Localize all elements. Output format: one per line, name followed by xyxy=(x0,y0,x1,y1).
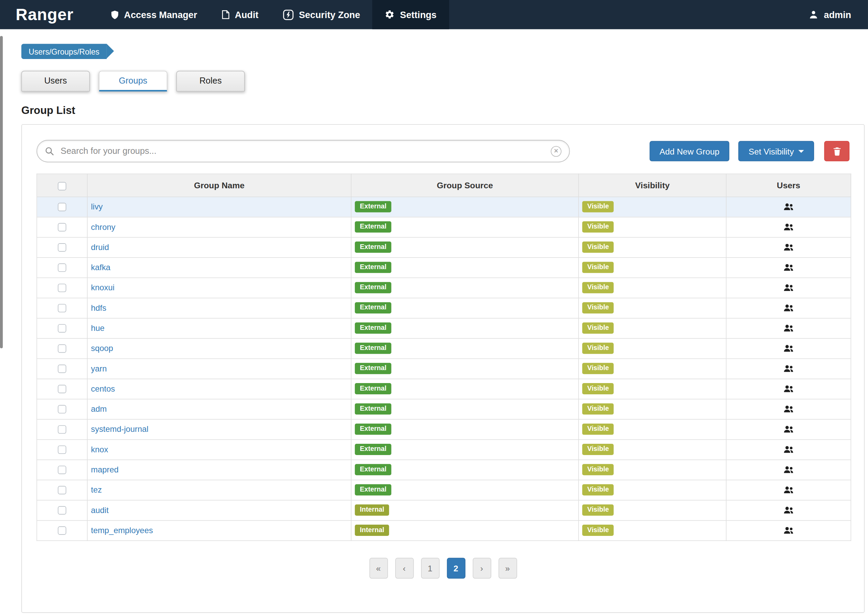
row-checkbox[interactable] xyxy=(58,527,67,535)
users-cell xyxy=(726,419,851,439)
breadcrumb[interactable]: Users/Groups/Roles xyxy=(22,44,107,59)
group-users-button[interactable] xyxy=(780,404,797,414)
tab-users[interactable]: Users xyxy=(22,71,90,92)
users-cell xyxy=(726,257,851,277)
visibility-badge: Visible xyxy=(582,403,614,415)
group-source-badge: External xyxy=(355,201,392,213)
pagination-last[interactable]: » xyxy=(498,558,517,578)
group-name-link[interactable]: kafka xyxy=(91,263,110,272)
visibility-badge: Visible xyxy=(582,383,614,395)
pagination-next[interactable]: › xyxy=(473,558,491,578)
row-checkbox[interactable] xyxy=(58,405,67,414)
group-source-badge: External xyxy=(355,221,392,233)
row-checkbox[interactable] xyxy=(58,223,67,232)
tab-roles[interactable]: Roles xyxy=(176,71,245,92)
group-source-badge: Internal xyxy=(355,504,389,516)
group-users-button[interactable] xyxy=(780,484,797,494)
group-source-cell: External xyxy=(351,359,578,379)
table-row: systemd-journal External Visible xyxy=(37,419,851,439)
row-checkbox[interactable] xyxy=(58,385,67,394)
row-checkbox[interactable] xyxy=(58,304,67,313)
row-checkbox[interactable] xyxy=(58,324,67,333)
row-checkbox[interactable] xyxy=(58,466,67,474)
row-checkbox[interactable] xyxy=(58,425,67,434)
pagination-first[interactable]: « xyxy=(369,558,388,578)
row-checkbox[interactable] xyxy=(58,345,67,353)
table-row: druid External Visible xyxy=(37,237,851,257)
group-name-link[interactable]: mapred xyxy=(91,465,119,474)
row-checkbox[interactable] xyxy=(58,264,67,272)
group-users-button[interactable] xyxy=(780,363,797,373)
nav-label: Access Manager xyxy=(124,9,197,20)
group-name-link[interactable]: systemd-journal xyxy=(91,425,149,434)
group-name-link[interactable]: livy xyxy=(91,202,103,211)
clear-search-icon[interactable]: ✕ xyxy=(551,146,561,156)
row-checkbox[interactable] xyxy=(58,284,67,292)
pagination-page-2[interactable]: 2 xyxy=(446,558,465,578)
nav-access-manager[interactable]: Access Manager xyxy=(98,0,209,30)
group-users-button[interactable] xyxy=(780,525,797,535)
set-visibility-label: Set Visibility xyxy=(749,146,794,156)
group-source-badge: External xyxy=(355,403,392,415)
row-checkbox[interactable] xyxy=(58,244,67,252)
group-users-button[interactable] xyxy=(780,505,797,515)
group-name-link[interactable]: centos xyxy=(91,384,115,393)
group-users-button[interactable] xyxy=(780,201,797,211)
group-users-button[interactable] xyxy=(780,343,797,353)
group-name-link[interactable]: sqoop xyxy=(91,344,113,353)
group-users-button[interactable] xyxy=(780,323,797,333)
group-users-button[interactable] xyxy=(780,283,797,293)
group-name-link[interactable]: chrony xyxy=(91,222,116,231)
group-source-cell: External xyxy=(351,480,578,500)
group-name-link[interactable]: temp_employees xyxy=(91,525,153,535)
pagination-page-1[interactable]: 1 xyxy=(421,558,439,578)
users-cell xyxy=(726,338,851,358)
group-users-button[interactable] xyxy=(780,222,797,232)
group-source-badge: External xyxy=(355,262,392,273)
group-source-badge: External xyxy=(355,362,392,374)
search-box: ✕ xyxy=(36,140,570,162)
group-name-link[interactable]: hue xyxy=(91,324,105,333)
group-users-button[interactable] xyxy=(780,383,797,394)
visibility-badge: Visible xyxy=(582,423,614,435)
search-input[interactable] xyxy=(60,146,545,157)
users-group-icon xyxy=(783,446,794,455)
group-name-link[interactable]: adm xyxy=(91,404,107,413)
group-name-link[interactable]: knoxui xyxy=(91,283,115,292)
column-users: Users xyxy=(726,174,851,197)
delete-button[interactable] xyxy=(825,141,849,161)
visibility-badge: Visible xyxy=(582,201,614,213)
row-checkbox[interactable] xyxy=(58,486,67,494)
row-checkbox[interactable] xyxy=(58,365,67,373)
group-users-button[interactable] xyxy=(780,444,797,454)
visibility-cell: Visible xyxy=(578,399,726,419)
group-name-link[interactable]: hdfs xyxy=(91,303,106,312)
nav-audit[interactable]: Audit xyxy=(210,0,271,30)
group-name-link[interactable]: audit xyxy=(91,505,109,515)
group-users-button[interactable] xyxy=(780,464,797,474)
select-all-checkbox[interactable] xyxy=(58,182,67,190)
group-source-cell: External xyxy=(351,278,578,298)
group-name-link[interactable]: knox xyxy=(91,445,108,454)
tab-groups[interactable]: Groups xyxy=(99,71,167,92)
nav-security-zone[interactable]: Security Zone xyxy=(271,0,372,30)
row-checkbox[interactable] xyxy=(58,446,67,454)
add-new-group-button[interactable]: Add New Group xyxy=(649,141,730,161)
pagination-prev[interactable]: ‹ xyxy=(395,558,414,578)
ranger-logo[interactable]: Ranger xyxy=(16,5,73,24)
user-menu[interactable]: admin xyxy=(792,0,868,30)
group-users-button[interactable] xyxy=(780,262,797,272)
group-name-link[interactable]: tez xyxy=(91,485,102,494)
set-visibility-button[interactable]: Set Visibility xyxy=(738,141,814,161)
group-name-cell: adm xyxy=(87,399,351,419)
group-users-button[interactable] xyxy=(780,303,797,313)
group-users-button[interactable] xyxy=(780,242,797,252)
group-name-link[interactable]: yarn xyxy=(91,364,107,373)
row-checkbox[interactable] xyxy=(58,203,67,211)
row-checkbox[interactable] xyxy=(58,506,67,515)
group-source-badge: External xyxy=(355,464,392,476)
group-users-button[interactable] xyxy=(780,424,797,434)
nav-settings[interactable]: Settings xyxy=(373,0,449,30)
visibility-badge: Visible xyxy=(582,221,614,233)
group-name-link[interactable]: druid xyxy=(91,242,109,252)
